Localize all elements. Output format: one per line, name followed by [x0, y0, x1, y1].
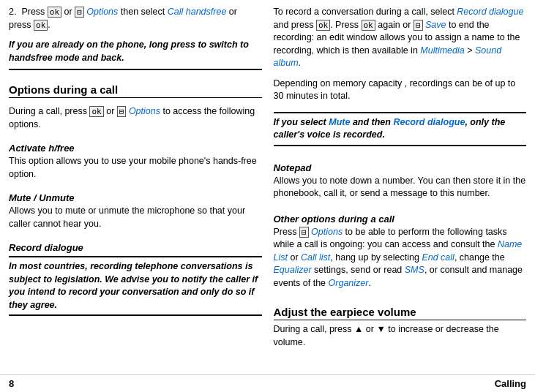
- equalizer-link: Equalizer: [274, 265, 312, 275]
- record-dialogue-link: Record dialogue: [457, 7, 523, 17]
- mute-record-note: If you select Mute and then Record dialo…: [274, 112, 527, 146]
- call-handsfree-link: Call handsfree: [168, 7, 227, 17]
- record-dialogue-block: Record dialogue In most countries, recor…: [9, 238, 262, 319]
- organizer-link: Organizer: [329, 278, 369, 288]
- right-column: To record a conversation during a call, …: [274, 6, 527, 369]
- multimedia-link: Multimedia: [420, 45, 464, 56]
- adjust-volume-block: Adjust the earpiece volume During a call…: [274, 301, 527, 349]
- left-column: 2. Press ok or ⊟ Options then select Cal…: [9, 6, 262, 369]
- options-link-1: Options: [86, 7, 118, 17]
- record-dialogue-link-2: Record dialogue: [393, 117, 465, 127]
- mute-unmute-body: Allows you to mute or unmute the microph…: [9, 205, 262, 230]
- options-intro: During a call, press ok or ⊟ Options to …: [9, 105, 262, 131]
- record-note-text: Depending on memory capacity , recording…: [274, 78, 527, 103]
- numbered-item-2: 2. Press ok or ⊟ Options then select Cal…: [9, 6, 262, 31]
- footer-page-number: 8: [9, 378, 14, 389]
- number-label: 2.: [9, 7, 16, 17]
- handsfree-note: If you are already on the phone, long pr…: [9, 39, 262, 70]
- key-ok: ok: [48, 7, 61, 18]
- options-during-call-header: Options during a call: [9, 83, 262, 98]
- key-ok-3: ok: [89, 106, 103, 117]
- page-container: 2. Press ok or ⊟ Options then select Cal…: [0, 0, 535, 392]
- footer-section: Calling: [495, 378, 526, 389]
- other-options-block: Other options during a call Press ⊟ Opti…: [274, 209, 527, 290]
- save-link: Save: [425, 20, 446, 30]
- notepad-heading: Notepad: [274, 162, 527, 173]
- activate-hfree-body: This option allows you to use your mobil…: [9, 155, 262, 181]
- record-dialogue-heading: Record dialogue: [9, 242, 262, 253]
- footer-bar: 8 Calling: [0, 374, 535, 392]
- key-menu-left: ⊟: [75, 7, 84, 18]
- sms-link: SMS: [405, 265, 424, 275]
- options-link-3: Options: [311, 227, 343, 237]
- notepad-block: Notepad Allows you to note down a number…: [274, 158, 527, 200]
- activate-hfree-block: Activate h/free This option allows you t…: [9, 138, 262, 181]
- record-intro-text: To record a conversation during a call, …: [274, 6, 527, 70]
- sound-album-link: Sound album: [274, 45, 502, 69]
- options-link-2: Options: [129, 106, 160, 116]
- key-ok-5: ok: [362, 20, 375, 31]
- key-menu-left-4: ⊟: [299, 227, 309, 238]
- key-menu-left-3: ⊟: [414, 20, 423, 31]
- mute-unmute-heading: Mute / Unmute: [9, 192, 262, 203]
- mute-unmute-block: Mute / Unmute Allows you to mute or unmu…: [9, 188, 262, 230]
- key-menu-left-2: ⊟: [117, 106, 127, 117]
- notepad-body: Allows you to note down a number. You ca…: [274, 175, 527, 200]
- key-ok-2: ok: [34, 20, 48, 31]
- key-ok-4: ok: [316, 20, 330, 31]
- mute-link: Mute: [329, 117, 350, 127]
- end-call-link: End call: [422, 252, 454, 263]
- adjust-volume-body: During a call, press ▲ or ▼ to increase …: [274, 323, 527, 349]
- record-dialogue-note: In most countries, recording telephone c…: [9, 256, 262, 316]
- call-list-link: Call list: [301, 252, 330, 263]
- activate-hfree-heading: Activate h/free: [9, 143, 262, 154]
- adjust-volume-header: Adjust the earpiece volume: [274, 306, 527, 320]
- other-options-heading: Other options during a call: [274, 214, 527, 225]
- content-area: 2. Press ok or ⊟ Options then select Cal…: [0, 0, 535, 374]
- other-options-body: Press ⊟ Options to be able to perform th…: [274, 226, 527, 290]
